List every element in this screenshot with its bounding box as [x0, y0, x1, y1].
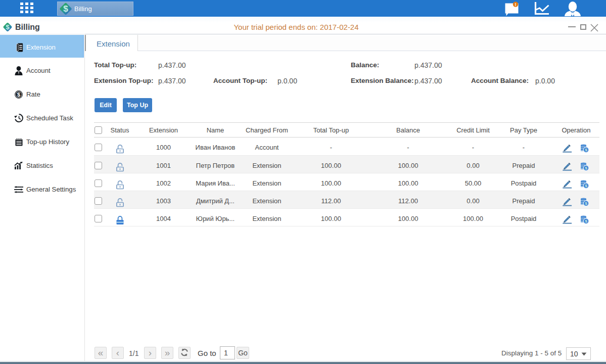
svg-text:$: $	[63, 4, 68, 14]
svg-text:$: $	[585, 201, 587, 206]
svg-text:$: $	[585, 148, 587, 152]
svg-text:$: $	[585, 219, 587, 223]
svg-text:!: !	[515, 2, 517, 7]
svg-text:$: $	[585, 184, 587, 188]
svg-text:$: $	[6, 23, 10, 31]
svg-text:$: $	[585, 166, 587, 170]
svg-text:$: $	[17, 92, 21, 98]
